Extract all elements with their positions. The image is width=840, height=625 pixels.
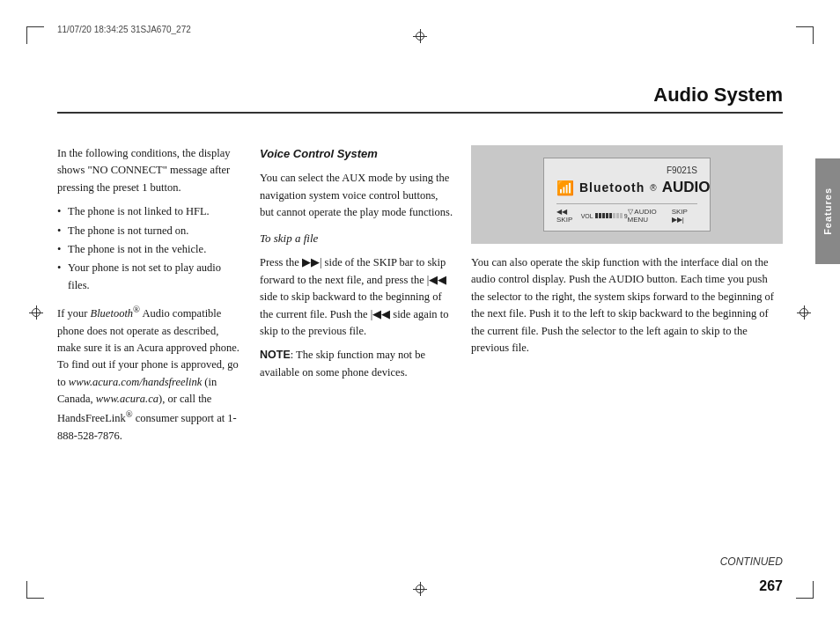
mid-column: Voice Control System You can select the … — [260, 145, 453, 568]
reg-mark-bottom — [413, 582, 427, 596]
page-number: 267 — [759, 578, 783, 594]
vol-segments — [595, 213, 623, 218]
vol-seg-8 — [620, 213, 623, 218]
skip-para: Press the ▶▶| side of the SKIP bar to sk… — [260, 254, 453, 340]
title-section: Audio System — [57, 84, 783, 114]
vol-seg-7 — [616, 213, 619, 218]
vol-seg-5 — [609, 213, 612, 218]
continued-text: CONTINUED — [471, 555, 783, 568]
vol-seg-3 — [602, 213, 605, 218]
vol-seg-1 — [595, 213, 598, 218]
corner-mark-tr — [796, 26, 814, 44]
bullet-list: The phone is not linked to HFL. The phon… — [57, 203, 242, 294]
content-area: In the following conditions, the display… — [57, 145, 783, 568]
sidebar-tab-label: Features — [822, 188, 833, 235]
vol-seg-2 — [599, 213, 601, 218]
list-item: Your phone is not set to play audio file… — [57, 260, 242, 294]
display-controls: ◀◀ SKIP VOL 9 — [556, 203, 697, 224]
audio-menu-label: ▽ AUDIO MENU — [628, 208, 672, 224]
reg-mark-left — [29, 305, 43, 320]
voice-control-title: Voice Control System — [260, 145, 453, 163]
left-para1: In the following conditions, the display… — [57, 145, 242, 196]
bluetooth-logo-row: 📶 Bluetooth ® AUDIO — [556, 179, 697, 196]
display-model: F9021S — [556, 165, 697, 175]
note-para: NOTE: The skip function may not be avail… — [260, 347, 453, 381]
corner-mark-tl — [26, 26, 44, 44]
list-item: The phone is not turned on. — [57, 223, 242, 239]
list-item: The phone is not in the vehicle. — [57, 241, 242, 258]
list-item: The phone is not linked to HFL. — [57, 203, 242, 220]
voice-para: You can select the AUX mode by using the… — [260, 170, 453, 221]
header-bar: 11/07/20 18:34:25 31SJA670_272 — [57, 25, 783, 34]
volume-bar: VOL 9 — [581, 213, 628, 219]
bluetooth-label: Bluetooth — [579, 180, 645, 195]
page-title: Audio System — [653, 84, 783, 107]
reg-mark-right — [797, 305, 811, 320]
skip-fwd-label: SKIP ▶▶| — [672, 208, 697, 224]
audio-label: AUDIO — [662, 179, 711, 196]
corner-mark-br — [796, 581, 814, 599]
skip-back-label: ◀◀ SKIP — [556, 208, 581, 224]
header-text: 11/07/20 18:34:25 31SJA670_272 — [57, 25, 191, 34]
left-para2: If your Bluetooth® Audio compatible phon… — [57, 303, 242, 445]
vol-label: VOL — [581, 213, 593, 219]
right-column: F9021S 📶 Bluetooth ® AUDIO ◀◀ SKIP VOL — [471, 145, 783, 568]
left-column: In the following conditions, the display… — [57, 145, 242, 568]
bluetooth-icon: 📶 — [556, 180, 574, 196]
sidebar-tab: Features — [815, 158, 840, 264]
right-body-text: You can also operate the skip function w… — [471, 254, 783, 357]
vol-seg-6 — [613, 213, 615, 218]
vol-seg-4 — [606, 213, 608, 218]
bluetooth-display: F9021S 📶 Bluetooth ® AUDIO ◀◀ SKIP VOL — [543, 158, 711, 232]
bluetooth-display-container: F9021S 📶 Bluetooth ® AUDIO ◀◀ SKIP VOL — [471, 145, 783, 244]
corner-mark-bl — [26, 581, 44, 599]
skip-file-title: To skip a file — [260, 230, 453, 247]
